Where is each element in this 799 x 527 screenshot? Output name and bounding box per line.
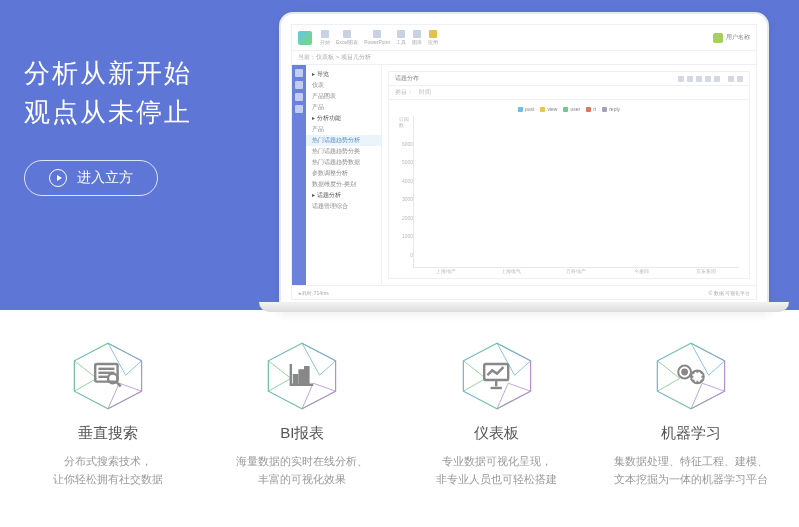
feature-card: ">机器学习集数据处理、特征工程、建模、文本挖掘为一体的机器学习平台 [603, 340, 779, 488]
chart-legend: postviewuserrtreply [399, 106, 739, 112]
feature-icon: "> [68, 340, 148, 412]
sidebar-item[interactable]: 仪表 [306, 80, 381, 91]
y-tick: 1000 [402, 233, 413, 239]
feature-desc: 分布式搜索技术，让你轻松拥有社交数据 [20, 453, 196, 488]
feature-card: ">仪表板专业数据可视化呈现，非专业人员也可轻松搭建 [409, 340, 585, 488]
plot-area [413, 116, 739, 268]
sidebar-item[interactable]: 热门话题趋势分类 [306, 146, 381, 157]
svg-marker-13 [302, 383, 336, 409]
footer-right: © 数据 可视化平台 [709, 290, 750, 296]
svg-marker-20 [497, 383, 531, 409]
filter-time: 时间 [419, 88, 431, 97]
user-badge: 用户名称 [713, 33, 750, 43]
svg-marker-19 [463, 361, 485, 391]
x-tick: 万科地产 [543, 268, 608, 274]
user-name: 用户名称 [726, 33, 750, 42]
feature-desc: 集数据处理、特征工程、建模、文本挖掘为一体的机器学习平台 [603, 453, 779, 488]
sidebar-item: ▸ 导览 [306, 69, 381, 80]
y-label: 订阅数 [399, 116, 413, 128]
y-tick: 5000 [402, 159, 413, 165]
sidebar-item[interactable]: 参数调整分析 [306, 168, 381, 179]
panel-title: 话题分布 [395, 74, 419, 83]
panel-header: 话题分布 [389, 72, 749, 86]
sidebar-item[interactable]: 产品 [306, 124, 381, 135]
user-icon [713, 33, 723, 43]
svg-rect-16 [306, 367, 309, 383]
svg-marker-3 [108, 383, 142, 409]
sidebar-item[interactable]: 数据维度分-类别 [306, 179, 381, 190]
legend-item: rt [586, 106, 596, 112]
legend-item: post [518, 106, 534, 112]
main-area: 话题分布 类目： 时间 postviewuserrtreply 订阅数60005… [382, 65, 756, 285]
feature-icon: "> [651, 340, 731, 412]
topbar-tool[interactable]: 图库 [412, 30, 422, 45]
svg-marker-12 [269, 361, 291, 391]
sidebar-item[interactable]: 话题管理综合 [306, 201, 381, 212]
filter-category: 类目： [395, 88, 413, 97]
topbar-tool[interactable]: PowerPoint [364, 30, 390, 45]
x-tick: 京东集团 [674, 268, 739, 274]
y-tick: 4000 [402, 178, 413, 184]
svg-marker-26 [657, 361, 679, 391]
features-row: ">垂直搜索分布式搜索技术，让你轻松拥有社交数据">BI报表海量数据的实时在线分… [0, 310, 799, 518]
sidebar-item[interactable]: 热门话题趋势分析 [306, 135, 381, 146]
enter-button[interactable]: 进入立方 [24, 160, 158, 196]
sidebar-item[interactable]: 产品 [306, 102, 381, 113]
legend-item: reply [602, 106, 620, 112]
hero-text: 分析从新开始 观点从未停止 进入立方 [24, 54, 192, 196]
feature-icon: "> [262, 340, 342, 412]
sidebar-item[interactable]: 热门话题趋势数据 [306, 157, 381, 168]
enter-button-label: 进入立方 [77, 169, 133, 187]
x-axis: 上海地产上海电气万科地产今麦郎京东集团 [399, 268, 739, 274]
topbar-tool[interactable]: 开始 [320, 30, 330, 45]
legend-item: user [563, 106, 580, 112]
x-tick: 上海地产 [413, 268, 478, 274]
feature-title: 垂直搜索 [20, 424, 196, 443]
svg-marker-1 [108, 343, 142, 375]
svg-point-29 [682, 370, 687, 375]
svg-marker-17 [463, 343, 530, 409]
topbar-tool[interactable]: Excel图表 [336, 30, 358, 45]
left-rail [292, 65, 306, 285]
x-tick: 今麦郎 [609, 268, 674, 274]
topbar-tool[interactable]: 应用 [428, 30, 438, 45]
laptop-base [259, 302, 789, 312]
svg-line-9 [116, 382, 121, 387]
svg-marker-18 [497, 343, 531, 375]
footer-left: ● 耗时 714ms [298, 290, 329, 296]
app-screenshot: 开始Excel图表PowerPoint工具图库应用 用户名称 当前：仪表板 > … [291, 24, 757, 300]
app-logo-icon [298, 31, 312, 45]
panel-filters: 类目： 时间 [389, 86, 749, 100]
feature-title: 机器学习 [603, 424, 779, 443]
hero-line2: 观点从未停止 [24, 97, 192, 127]
app-footer: ● 耗时 714ms © 数据 可视化平台 [292, 285, 756, 299]
feature-desc: 专业数据可视化呈现，非专业人员也可轻松搭建 [409, 453, 585, 488]
y-axis: 订阅数6000500040003000200010000 [399, 116, 413, 268]
svg-rect-15 [300, 370, 303, 383]
chart-area: 订阅数6000500040003000200010000 [399, 116, 739, 268]
chart-panel: 话题分布 类目： 时间 postviewuserrtreply 订阅数60005… [388, 71, 750, 279]
hero-line1: 分析从新开始 [24, 58, 192, 88]
feature-icon: "> [457, 340, 537, 412]
panel-actions [678, 76, 743, 82]
sidebar-item[interactable]: 产品图表 [306, 91, 381, 102]
svg-marker-2 [75, 361, 97, 391]
topbar-tools: 开始Excel图表PowerPoint工具图库应用 [320, 30, 438, 45]
y-tick: 6000 [402, 141, 413, 147]
sidebar: ▸ 导览仪表产品图表产品▸ 分析功能产品热门话题趋势分析热门话题趋势分类热门话题… [306, 65, 382, 285]
feature-card: ">BI报表海量数据的实时在线分析、丰富的可视化效果 [214, 340, 390, 488]
breadcrumb: 当前：仪表板 > 项目几分析 [292, 51, 756, 65]
topbar-tool[interactable]: 工具 [396, 30, 406, 45]
svg-rect-14 [294, 375, 297, 383]
play-icon [49, 169, 67, 187]
feature-desc: 海量数据的实时在线分析、丰富的可视化效果 [214, 453, 390, 488]
sidebar-item: ▸ 分析功能 [306, 113, 381, 124]
y-tick: 2000 [402, 215, 413, 221]
svg-marker-27 [691, 383, 725, 409]
app-body: ▸ 导览仪表产品图表产品▸ 分析功能产品热门话题趋势分析热门话题趋势分类热门话题… [292, 65, 756, 285]
sidebar-item: ▸ 话题分析 [306, 190, 381, 201]
breadcrumb-text: 当前：仪表板 > 项目几分析 [298, 53, 371, 62]
chart: postviewuserrtreply 订阅数60005000400030002… [389, 100, 749, 278]
hero-section: 分析从新开始 观点从未停止 进入立方 开始Excel图表PowerPoint工具… [0, 0, 799, 310]
laptop-mockup: 开始Excel图表PowerPoint工具图库应用 用户名称 当前：仪表板 > … [279, 12, 769, 312]
